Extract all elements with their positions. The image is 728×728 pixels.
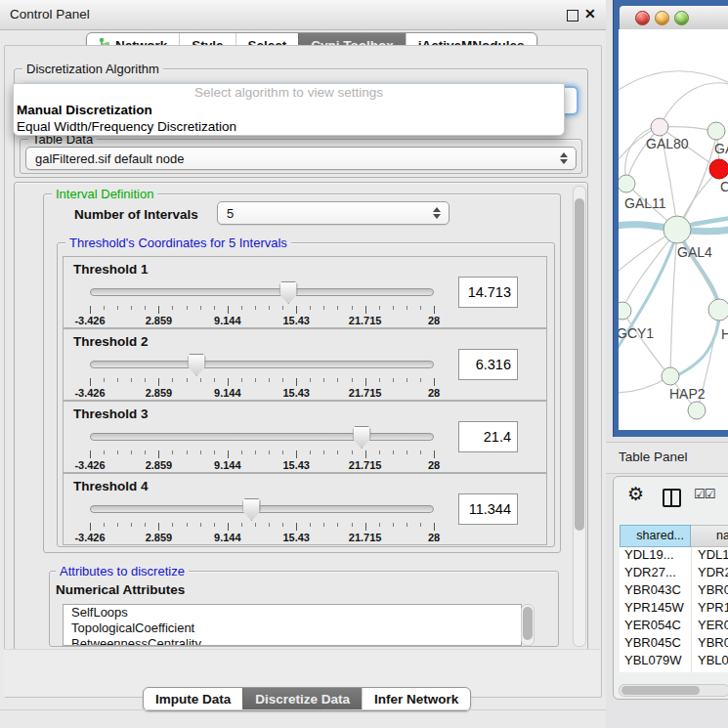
threshold-panel-2: Threshold 2 -3.4262.8599.14415.4321.7152…: [63, 328, 547, 401]
network-node[interactable]: [651, 118, 668, 136]
table-row[interactable]: YDL19...YDL1: [620, 547, 728, 565]
network-node[interactable]: [619, 302, 631, 320]
table-data-combobox[interactable]: galFiltered.sif default node: [25, 147, 577, 170]
table-panel-title: Table Panel: [619, 450, 688, 464]
threshold-slider[interactable]: -3.4262.8599.14415.4321.71528: [90, 427, 434, 470]
column-header-name[interactable]: na: [691, 525, 728, 547]
table-row[interactable]: YBR045CYBR0: [620, 635, 728, 653]
gear-icon[interactable]: ⚙: [627, 485, 644, 503]
slider-thumb[interactable]: [242, 498, 261, 521]
node-label: GAL4: [677, 244, 712, 260]
network-canvas[interactable]: GAL80GACGAL11GAL4GCY1HHAP2: [619, 29, 728, 430]
slider-thumb[interactable]: [188, 354, 206, 376]
threshold-value-field[interactable]: 6.316: [458, 349, 518, 380]
attributes-group: Attributes to discretize Numerical Attri…: [49, 571, 559, 647]
tab-infer-network[interactable]: Infer Network: [362, 688, 470, 710]
table-body: YDL19...YDL1YDR27...YDR2YBR043CYBR0YPR14…: [620, 547, 728, 672]
table-row[interactable]: YPR145WYPR1: [620, 600, 728, 618]
scrollbar-thumb[interactable]: [575, 198, 584, 531]
combo-spinner-icon: [433, 207, 442, 219]
float-window-icon[interactable]: [567, 10, 578, 21]
column-header-shared-name[interactable]: shared...: [620, 525, 691, 547]
scrollbar-thumb[interactable]: [523, 607, 533, 640]
select-columns-checkboxes-icon[interactable]: ☑☑: [694, 487, 714, 501]
slider-tick-labels: -3.4262.8599.14415.4321.71528: [90, 315, 434, 326]
threshold-label: Threshold 4: [73, 479, 149, 493]
table-row[interactable]: YLR345WYLR3: [620, 670, 728, 672]
attributes-scrollbar[interactable]: [521, 604, 535, 646]
slider-track[interactable]: [90, 433, 434, 441]
zoom-traffic-light-icon[interactable]: [674, 11, 689, 25]
cyni-bottom-tabbar: Impute Data Discretize Data Infer Networ…: [143, 687, 471, 711]
table-row[interactable]: YBR043CYBR0: [620, 582, 728, 600]
node-label: GAL11: [624, 195, 666, 211]
node-label: HAP2: [669, 386, 706, 402]
threshold-slider[interactable]: -3.4262.8599.14415.4321.71528: [90, 355, 434, 398]
network-node[interactable]: [688, 402, 706, 419]
threshold-panel-3: Threshold 3 -3.4262.8599.14415.4321.7152…: [63, 401, 547, 473]
table-horizontal-scrollbar[interactable]: [619, 684, 728, 697]
network-node[interactable]: [709, 159, 728, 179]
threshold-slider[interactable]: -3.4262.8599.14415.4321.71528: [90, 282, 434, 325]
tab-label: Infer Network: [374, 692, 458, 707]
tab-label: Impute Data: [155, 692, 231, 707]
algorithm-option-equal-width[interactable]: Equal Width/Frequency Discretization: [14, 118, 564, 135]
slider-tick-labels: -3.4262.8599.14415.4321.71528: [90, 459, 434, 471]
slider-tick-labels: -3.4262.8599.14415.4321.71528: [90, 532, 434, 543]
table-row[interactable]: YBL079WYBL0: [620, 653, 728, 670]
slider-thumb[interactable]: [279, 281, 298, 304]
threshold-value-field[interactable]: 21.4: [458, 421, 518, 452]
close-icon[interactable]: ✕: [584, 6, 596, 21]
network-node[interactable]: [707, 122, 725, 140]
threshold-value-field[interactable]: 14.713: [458, 277, 518, 308]
columns-icon[interactable]: [663, 489, 681, 507]
slider-thumb[interactable]: [353, 426, 371, 449]
slider-ticks: [90, 523, 434, 532]
network-node[interactable]: [619, 175, 635, 193]
slider-track[interactable]: [90, 288, 434, 296]
network-view-window: GAL80GACGAL11GAL4GCY1HHAP2: [613, 0, 728, 437]
slider-ticks: [90, 306, 434, 315]
threshold-value-field[interactable]: 11.344: [458, 493, 518, 525]
network-node[interactable]: [662, 367, 679, 385]
tab-discretize-data[interactable]: Discretize Data: [242, 688, 362, 710]
panel-title: Control Panel: [10, 7, 90, 21]
network-node[interactable]: [708, 299, 728, 321]
tab-label: Discretize Data: [255, 692, 350, 707]
threshold-slider[interactable]: -3.4262.8599.14415.4321.71528: [90, 499, 434, 542]
slider-ticks: [90, 450, 434, 459]
node-label: GA: [714, 141, 728, 156]
table-row[interactable]: YDR27...YDR2: [620, 565, 728, 582]
attributes-list[interactable]: SelfLoopsTopologicalCoefficientBetweenne…: [63, 604, 522, 646]
divider: [0, 709, 606, 710]
attribute-item[interactable]: BetweennessCentrality: [64, 636, 521, 646]
num-intervals-label: Number of Intervals: [74, 207, 198, 222]
slider-tick-labels: -3.4262.8599.14415.4321.71528: [90, 387, 434, 399]
table-row[interactable]: YER054CYER0: [620, 618, 728, 635]
group-title: Threshold's Coordinates for 5 Intervals: [65, 236, 291, 250]
settings-vertical-scrollbar[interactable]: [573, 186, 586, 647]
slider-track[interactable]: [90, 505, 434, 513]
node-label: H: [721, 326, 728, 342]
application-window: Control Panel ✕ Network Style Select Cyn…: [0, 0, 728, 728]
attribute-item[interactable]: SelfLoops: [64, 605, 521, 621]
algorithm-placeholder-option: Select algorithm to view settings: [14, 84, 564, 102]
node-label: GCY1: [619, 325, 654, 341]
threshold-label: Threshold 3: [73, 407, 149, 421]
tab-impute-data[interactable]: Impute Data: [144, 688, 242, 710]
table-header-row: shared... na: [620, 525, 728, 547]
group-title: Discretization Algorithm: [22, 62, 163, 76]
scrollbar-thumb[interactable]: [621, 686, 700, 695]
threshold-panel-4: Threshold 4 -3.4262.8599.14415.4321.7152…: [63, 473, 547, 545]
slider-track[interactable]: [90, 361, 434, 368]
minimize-traffic-light-icon[interactable]: [655, 11, 669, 25]
numerical-attributes-label: Numerical Attributes: [56, 582, 185, 597]
table-data-value: galFiltered.sif default node: [35, 151, 184, 166]
network-node[interactable]: [664, 216, 691, 243]
attribute-item[interactable]: TopologicalCoefficient: [64, 621, 521, 636]
group-title: Attributes to discretize: [56, 564, 189, 578]
num-intervals-combobox[interactable]: 5: [217, 201, 450, 225]
close-traffic-light-icon[interactable]: [635, 11, 650, 25]
algorithm-option-manual[interactable]: Manual Discretization: [14, 102, 564, 118]
threshold-panel-1: Threshold 1 -3.4262.8599.14415.4321.7152…: [63, 256, 547, 328]
